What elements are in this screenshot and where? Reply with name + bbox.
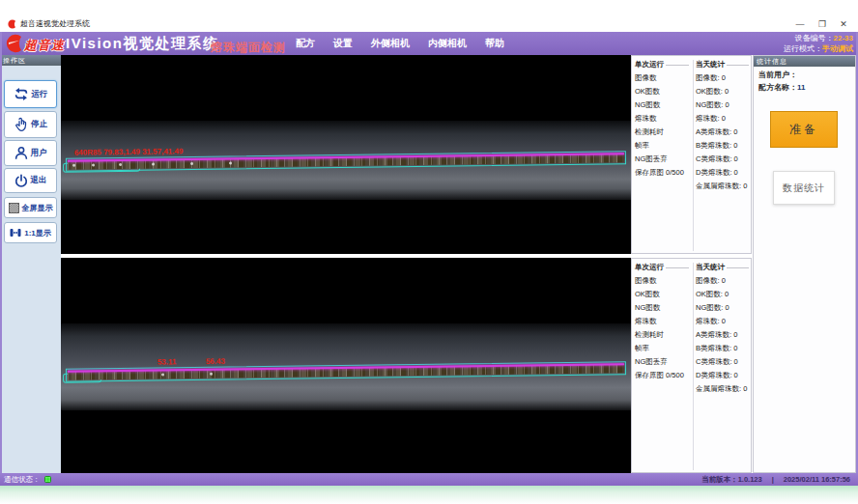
stat-row: 金属屑熔珠数: 0 xyxy=(696,382,749,396)
stat-row: 熔珠数: 0 xyxy=(696,315,749,328)
fullscreen-button[interactable]: 全屏显示 xyxy=(4,197,57,218)
stat-row: A类熔珠数: 0 xyxy=(696,328,749,342)
info-panel-title: 统计信息 xyxy=(754,56,855,67)
menu-item-outer-camera[interactable]: 外侧相机 xyxy=(371,37,410,50)
stat-row: 图像数 xyxy=(635,274,689,288)
daily-stats-list: 图像数: 0OK图数: 0NG图数: 0熔珠数: 0A类熔珠数: 0B类熔珠数:… xyxy=(696,71,749,193)
stat-row: 检测耗时 xyxy=(635,126,689,139)
daily-stats-title: 当天统计 xyxy=(696,60,749,70)
maximize-button[interactable]: ❐ xyxy=(813,16,832,32)
stat-row: OK图数 xyxy=(635,85,689,98)
stat-row: NG图数: 0 xyxy=(696,98,749,112)
stat-row: B类熔珠数: 0 xyxy=(696,139,749,153)
stats-panel-outer: 单次运行 图像数OK图数NG图数熔珠数检测耗时帧率NG图丢弃保存原图 0/500… xyxy=(631,55,752,254)
user-button[interactable]: 用户 xyxy=(4,140,57,166)
stat-row: NG图数 xyxy=(635,98,689,112)
device-number-value: 22-33 xyxy=(834,34,853,42)
main-menu: 配方 设置 外侧相机 内侧相机 帮助 xyxy=(296,32,504,55)
daily-stats-list: 图像数: 0OK图数: 0NG图数: 0熔珠数: 0A类熔珠数: 0B类熔珠数:… xyxy=(696,274,749,396)
stat-row: 金属屑熔珠数: 0 xyxy=(696,180,749,193)
recipe-name-label: 配方名称： xyxy=(758,83,797,92)
status-separator: | xyxy=(772,475,774,484)
recipe-name-value: 11 xyxy=(797,83,805,92)
stat-row: OK图数 xyxy=(635,288,689,301)
stat-row: 熔珠数 xyxy=(635,112,689,126)
stop-button[interactable]: 停止 xyxy=(4,111,57,138)
single-run-column: 单次运行 图像数OK图数NG图数熔珠数检测耗时帧率NG图丢弃保存原图 0/500 xyxy=(633,60,691,251)
page-subtitle: 熔珠端面检测 xyxy=(211,40,286,56)
stat-row: OK图数: 0 xyxy=(696,85,749,98)
ready-button[interactable]: 准备 xyxy=(770,111,838,148)
defect-marker xyxy=(72,164,75,167)
run-button[interactable]: 运行 xyxy=(4,80,57,108)
hand-stop-icon xyxy=(14,117,28,132)
minimize-button[interactable]: — xyxy=(790,16,810,32)
measurement-label: 53.11 xyxy=(157,357,177,366)
fullscreen-checker-icon xyxy=(9,203,19,213)
exit-button-label: 退出 xyxy=(31,175,47,186)
device-info: 设备编号：22-33 运行模式：手动调试 xyxy=(784,33,853,54)
one-to-one-button[interactable]: 1:1显示 xyxy=(4,222,57,243)
current-user-label: 当前用户： xyxy=(758,70,797,79)
stats-panel-inner: 单次运行 图像数OK图数NG图数熔珠数检测耗时帧率NG图丢弃保存原图 0/500… xyxy=(631,258,752,473)
stat-row: D类熔珠数: 0 xyxy=(696,166,749,180)
stat-row: NG图丢弃 xyxy=(635,153,689,166)
stop-button-label: 停止 xyxy=(31,119,47,130)
sidebar-title: 操作区 xyxy=(0,55,61,66)
stat-row: 熔珠数: 0 xyxy=(696,112,749,126)
single-run-title: 单次运行 xyxy=(635,60,689,70)
camera-viewport-inner[interactable]: 53.11 56.43 xyxy=(61,258,631,473)
data-statistics-button[interactable]: 数据统计 xyxy=(773,171,835,205)
datetime: 2025/02/11 16:57:56 xyxy=(784,475,850,484)
menu-item-recipe[interactable]: 配方 xyxy=(296,37,315,50)
window-titlebar: 超音速视觉处理系统 — ❐ ✕ xyxy=(0,16,858,32)
operation-sidebar: 操作区 运行 停止 用户 xyxy=(0,55,61,473)
daily-stats-title: 当天统计 xyxy=(696,263,749,272)
stat-row: C类熔珠数: 0 xyxy=(696,153,749,166)
stat-row: 图像数: 0 xyxy=(696,274,749,288)
one-to-one-button-label: 1:1显示 xyxy=(24,228,51,238)
app-title: IVision视觉处理系统 xyxy=(66,35,218,53)
version-label: 当前版本： xyxy=(701,475,738,484)
stat-row: 图像数 xyxy=(635,71,689,85)
window-frame-left xyxy=(0,32,2,486)
single-run-list: 图像数OK图数NG图数熔珠数检测耗时帧率NG图丢弃保存原图 0/500 xyxy=(635,71,689,180)
brand-name: 超音速 xyxy=(24,37,65,54)
status-bar: 通信状态： 当前版本：1.0.123 | 2025/02/11 16:57:56 xyxy=(0,473,858,486)
run-mode-value: 手动调试 xyxy=(822,44,853,53)
window-title: 超音速视觉处理系统 xyxy=(20,16,90,32)
menu-item-inner-camera[interactable]: 内侧相机 xyxy=(428,37,467,50)
stat-row: OK图数: 0 xyxy=(696,288,749,301)
comm-status-label: 通信状态： xyxy=(4,475,41,485)
brand-logo-icon xyxy=(4,34,23,53)
defect-marker xyxy=(92,163,95,166)
power-icon xyxy=(14,174,28,188)
menu-item-settings[interactable]: 设置 xyxy=(333,37,353,50)
single-run-title: 单次运行 xyxy=(635,263,689,272)
app-header: 超音速 IVision视觉处理系统 熔珠端面检测 配方 设置 外侧相机 内侧相机… xyxy=(0,32,858,55)
menu-item-help[interactable]: 帮助 xyxy=(485,37,504,50)
stat-row: B类熔珠数: 0 xyxy=(696,342,749,355)
run-loop-icon xyxy=(14,87,29,101)
stat-row: 检测耗时 xyxy=(635,328,689,342)
defect-marker xyxy=(210,373,213,376)
device-number-label: 设备编号： xyxy=(795,34,834,42)
stat-row: D类熔珠数: 0 xyxy=(696,369,749,382)
stat-row: A类熔珠数: 0 xyxy=(696,126,749,139)
one-to-one-icon xyxy=(10,227,21,238)
version-value: 1.0.123 xyxy=(738,475,762,484)
info-panel: 统计信息 当前用户： 配方名称：11 准备 数据统计 xyxy=(753,55,856,473)
defect-marker xyxy=(161,373,164,376)
daily-stats-column: 当天统计 图像数: 0OK图数: 0NG图数: 0熔珠数: 0A类熔珠数: 0B… xyxy=(693,263,751,470)
defect-marker xyxy=(229,162,232,165)
measurement-label: 56.43 xyxy=(206,357,225,366)
stat-row: C类熔珠数: 0 xyxy=(696,355,749,369)
camera-viewport-outer[interactable]: 640R85 79.83,1.49 31.57,41.49 xyxy=(61,55,631,254)
stat-row: 帧率 xyxy=(635,342,689,355)
stat-row: NG图数 xyxy=(635,301,689,315)
stat-row: 熔珠数 xyxy=(635,315,689,328)
exit-button[interactable]: 退出 xyxy=(4,168,57,193)
single-run-column: 单次运行 图像数OK图数NG图数熔珠数检测耗时帧率NG图丢弃保存原图 0/500 xyxy=(633,263,691,470)
defect-marker xyxy=(152,163,155,166)
close-button[interactable]: ✕ xyxy=(834,16,853,32)
